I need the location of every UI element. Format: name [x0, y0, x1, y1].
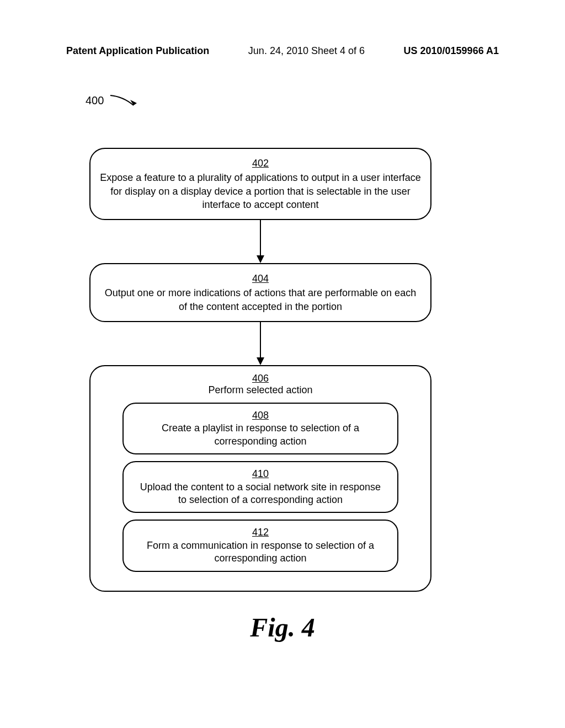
step-number: 406 [100, 373, 420, 384]
step-406-container: 406 Perform selected action 408 Create a… [89, 365, 431, 592]
step-412-box: 412 Form a communication in response to … [122, 520, 398, 571]
step-text: Expose a feature to a plurality of appli… [100, 172, 420, 210]
step-408-box: 408 Create a playlist in response to sel… [122, 403, 398, 454]
connector-arrow [89, 322, 431, 365]
curved-arrow-icon [109, 91, 142, 110]
step-text: Output one or more indications of action… [105, 287, 416, 312]
step-number: 402 [99, 157, 422, 170]
step-402-box: 402 Expose a feature to a plurality of a… [89, 148, 431, 220]
header-publication: Patent Application Publication [66, 45, 209, 57]
step-number: 410 [135, 468, 386, 480]
down-arrow-icon [255, 220, 266, 263]
step-text: Create a playlist in response to selecti… [162, 422, 359, 446]
step-text: Form a communication in response to sele… [147, 540, 374, 564]
step-number: 412 [135, 526, 386, 539]
connector-arrow [89, 220, 431, 263]
step-410-box: 410 Upload the content to a social netwo… [122, 461, 398, 513]
flowchart: 402 Expose a feature to a plurality of a… [89, 148, 431, 592]
header-sheet-info: Jun. 24, 2010 Sheet 4 of 6 [248, 45, 365, 57]
svg-marker-2 [257, 255, 264, 263]
header-patent-number: US 2010/0159966 A1 [404, 45, 499, 57]
step-text: Perform selected action [100, 384, 420, 396]
down-arrow-icon [255, 322, 266, 365]
step-number: 408 [135, 409, 386, 422]
page-header: Patent Application Publication Jun. 24, … [0, 0, 565, 62]
figure-reference-label: 400 [86, 91, 142, 110]
step-404-box: 404 Output one or more indications of ac… [89, 263, 431, 322]
step-text: Upload the content to a social network s… [140, 481, 381, 505]
svg-marker-0 [130, 100, 137, 105]
figure-caption: Fig. 4 [0, 612, 565, 643]
step-number: 404 [99, 272, 422, 285]
svg-marker-4 [257, 357, 264, 365]
figure-reference-number: 400 [86, 94, 104, 107]
